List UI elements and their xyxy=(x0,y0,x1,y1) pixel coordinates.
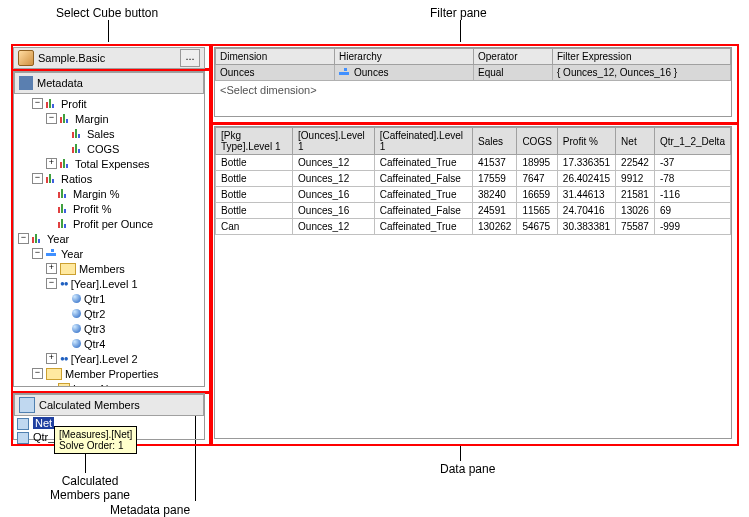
filter-col-operator[interactable]: Operator xyxy=(474,49,553,65)
tree-node-qtr4[interactable]: Qtr4 xyxy=(18,336,202,351)
tree-node-sales[interactable]: Sales xyxy=(18,126,202,141)
line xyxy=(460,444,461,461)
table-row[interactable]: BottleOunces_16Caffeinated_False24591115… xyxy=(216,203,731,219)
data-cell[interactable]: Caffeinated_False xyxy=(374,203,472,219)
tree-node-member-props[interactable]: −Member Properties xyxy=(18,366,202,381)
data-col-header[interactable]: Qtr_1_2_Delta xyxy=(654,128,730,155)
data-cell[interactable]: Bottle xyxy=(216,171,293,187)
collapse-toggle[interactable]: − xyxy=(46,278,57,289)
data-cell[interactable]: 24.70416 xyxy=(557,203,615,219)
data-cell[interactable]: 41537 xyxy=(473,155,517,171)
filter-cell[interactable]: Ounces xyxy=(335,65,474,81)
data-cell[interactable]: -78 xyxy=(654,171,730,187)
tree-node-ppo[interactable]: Profit per Ounce xyxy=(18,216,202,231)
data-cell[interactable]: 75587 xyxy=(616,219,655,235)
tree-node-cogs[interactable]: COGS xyxy=(18,141,202,156)
tree-node-members[interactable]: +Members xyxy=(18,261,202,276)
data-cell[interactable]: Bottle xyxy=(216,155,293,171)
data-cell[interactable]: Ounces_12 xyxy=(293,155,375,171)
data-cell[interactable]: 38240 xyxy=(473,187,517,203)
data-cell[interactable]: 130262 xyxy=(473,219,517,235)
data-cell[interactable]: 54675 xyxy=(517,219,557,235)
filter-col-hierarchy[interactable]: Hierarchy xyxy=(335,49,474,65)
tree-node-margin[interactable]: −Margin xyxy=(18,111,202,126)
data-col-header[interactable]: Net xyxy=(616,128,655,155)
tree-node-level1[interactable]: −●●[Year].Level 1 xyxy=(18,276,202,291)
tree-node-margin-pct[interactable]: Margin % xyxy=(18,186,202,201)
collapse-toggle[interactable]: − xyxy=(18,233,29,244)
data-cell[interactable]: 31.44613 xyxy=(557,187,615,203)
tree-node-year-dim[interactable]: −Year xyxy=(18,231,202,246)
filter-placeholder-row[interactable]: <Select dimension> xyxy=(215,81,731,99)
expand-toggle[interactable]: + xyxy=(46,353,57,364)
data-cell[interactable]: Ounces_12 xyxy=(293,219,375,235)
data-cell[interactable]: 9912 xyxy=(616,171,655,187)
data-col-header[interactable]: COGS xyxy=(517,128,557,155)
tree-node-longnames[interactable]: Long Names xyxy=(18,381,202,386)
tree-node-qtr3[interactable]: Qtr3 xyxy=(18,321,202,336)
select-cube-bar[interactable]: Sample.Basic ... xyxy=(13,47,205,69)
data-cell[interactable]: 18995 xyxy=(517,155,557,171)
tree-node-qtr1[interactable]: Qtr1 xyxy=(18,291,202,306)
table-row[interactable]: BottleOunces_16Caffeinated_True382401665… xyxy=(216,187,731,203)
data-grid[interactable]: [Pkg Type].Level 1[Ounces].Level 1[Caffe… xyxy=(215,127,731,235)
data-cell[interactable]: Caffeinated_True xyxy=(374,187,472,203)
browse-cube-button[interactable]: ... xyxy=(180,49,200,67)
expand-toggle[interactable]: + xyxy=(46,263,57,274)
data-cell[interactable]: -116 xyxy=(654,187,730,203)
metadata-tree[interactable]: −Profit −Margin Sales COGS +Total Expens… xyxy=(14,94,204,386)
collapse-toggle[interactable]: − xyxy=(32,248,43,259)
collapse-toggle[interactable]: − xyxy=(46,113,57,124)
collapse-toggle[interactable]: − xyxy=(32,173,43,184)
data-col-header[interactable]: [Pkg Type].Level 1 xyxy=(216,128,293,155)
data-cell[interactable]: Ounces_16 xyxy=(293,203,375,219)
data-cell[interactable]: 11565 xyxy=(517,203,557,219)
data-col-header[interactable]: [Caffeinated].Level 1 xyxy=(374,128,472,155)
table-row[interactable]: BottleOunces_12Caffeinated_False17559764… xyxy=(216,171,731,187)
data-cell[interactable]: Caffeinated_True xyxy=(374,155,472,171)
expand-toggle[interactable]: + xyxy=(46,158,57,169)
table-row[interactable]: CanOunces_12Caffeinated_True130262546753… xyxy=(216,219,731,235)
collapse-toggle[interactable]: − xyxy=(32,98,43,109)
data-cell[interactable]: 26.402415 xyxy=(557,171,615,187)
data-col-header[interactable]: [Ounces].Level 1 xyxy=(293,128,375,155)
data-cell[interactable]: 22542 xyxy=(616,155,655,171)
filter-col-expression[interactable]: Filter Expression xyxy=(553,49,731,65)
data-cell[interactable]: 17.336351 xyxy=(557,155,615,171)
data-cell[interactable]: 69 xyxy=(654,203,730,219)
data-cell[interactable]: Caffeinated_False xyxy=(374,171,472,187)
data-cell[interactable]: 24591 xyxy=(473,203,517,219)
tree-node-ratios[interactable]: −Ratios xyxy=(18,171,202,186)
filter-cell[interactable]: Ounces xyxy=(216,65,335,81)
data-cell[interactable]: Ounces_12 xyxy=(293,171,375,187)
data-cell[interactable]: Caffeinated_True xyxy=(374,219,472,235)
filter-cell[interactable]: { Ounces_12, Ounces_16 } xyxy=(553,65,731,81)
data-cell[interactable]: Ounces_16 xyxy=(293,187,375,203)
level-icon: ●● xyxy=(60,354,68,363)
data-cell[interactable]: -37 xyxy=(654,155,730,171)
tree-node-profit-pct[interactable]: Profit % xyxy=(18,201,202,216)
data-cell[interactable]: 21581 xyxy=(616,187,655,203)
data-cell[interactable]: -999 xyxy=(654,219,730,235)
tree-node-profit[interactable]: −Profit xyxy=(18,96,202,111)
tree-node-year-hier[interactable]: −Year xyxy=(18,246,202,261)
data-cell[interactable]: Bottle xyxy=(216,187,293,203)
data-col-header[interactable]: Sales xyxy=(473,128,517,155)
tree-node-qtr2[interactable]: Qtr2 xyxy=(18,306,202,321)
data-cell[interactable]: 30.383381 xyxy=(557,219,615,235)
data-cell[interactable]: 13026 xyxy=(616,203,655,219)
tree-node-total-expenses[interactable]: +Total Expenses xyxy=(18,156,202,171)
filter-cell[interactable]: Equal xyxy=(474,65,553,81)
filter-row[interactable]: Ounces Ounces Equal { Ounces_12, Ounces_… xyxy=(216,65,731,81)
data-cell[interactable]: Can xyxy=(216,219,293,235)
filter-grid[interactable]: Dimension Hierarchy Operator Filter Expr… xyxy=(215,48,731,81)
data-cell[interactable]: 17559 xyxy=(473,171,517,187)
table-row[interactable]: BottleOunces_12Caffeinated_True415371899… xyxy=(216,155,731,171)
tree-node-level2[interactable]: +●●[Year].Level 2 xyxy=(18,351,202,366)
data-cell[interactable]: 16659 xyxy=(517,187,557,203)
data-cell[interactable]: 7647 xyxy=(517,171,557,187)
data-col-header[interactable]: Profit % xyxy=(557,128,615,155)
collapse-toggle[interactable]: − xyxy=(32,368,43,379)
data-cell[interactable]: Bottle xyxy=(216,203,293,219)
filter-col-dimension[interactable]: Dimension xyxy=(216,49,335,65)
